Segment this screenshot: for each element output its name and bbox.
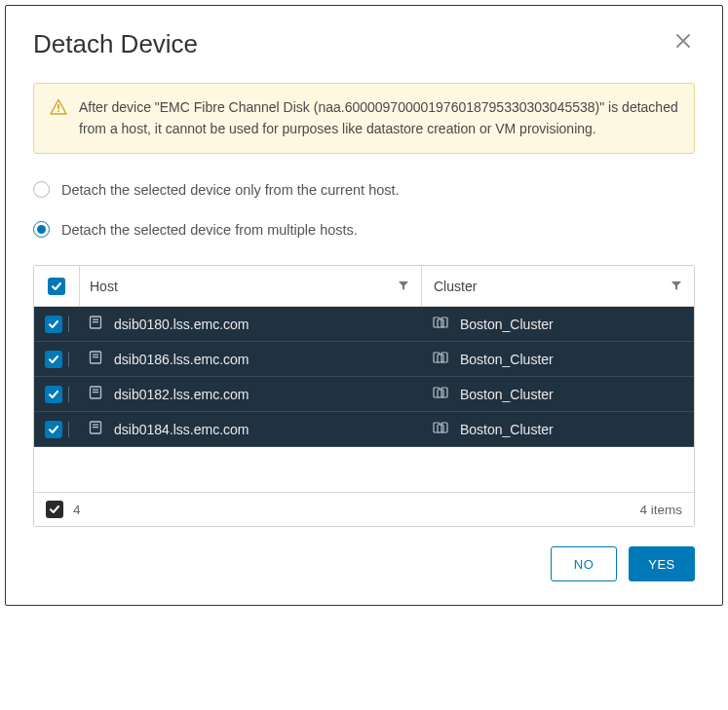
column-header-cluster[interactable]: Cluster	[421, 266, 694, 306]
column-label: Cluster	[434, 279, 477, 294]
column-header-host[interactable]: Host	[79, 266, 421, 306]
row-divider	[68, 317, 69, 332]
radio-unselected-icon	[33, 181, 50, 198]
select-all-checkbox[interactable]	[48, 278, 65, 295]
svg-rect-24	[438, 425, 443, 432]
svg-rect-0	[57, 104, 59, 109]
option-label: Detach the selected device only from the…	[61, 182, 400, 198]
dialog-header: Detach Device	[33, 29, 695, 59]
cluster-name: Boston_Cluster	[460, 317, 554, 332]
warning-icon	[50, 97, 67, 139]
detach-device-dialog: Detach Device After device "EMC Fibre Ch…	[5, 5, 723, 606]
svg-rect-4	[93, 321, 98, 322]
svg-rect-9	[93, 355, 98, 355]
svg-rect-10	[93, 356, 98, 357]
row-check-cell	[34, 307, 79, 341]
row-divider	[68, 422, 69, 437]
cluster-icon	[433, 351, 448, 367]
host-cell: dsib0184.lss.emc.com	[79, 412, 421, 446]
option-multiple-hosts[interactable]: Detach the selected device from multiple…	[33, 221, 695, 238]
host-icon	[89, 386, 102, 402]
close-icon	[675, 33, 691, 49]
host-icon	[89, 316, 102, 332]
table-row[interactable]: dsib0180.lss.emc.comBoston_Cluster	[34, 307, 694, 342]
svg-rect-3	[93, 319, 98, 320]
host-cell: dsib0182.lss.emc.com	[79, 377, 421, 411]
host-name: dsib0186.lss.emc.com	[114, 352, 249, 367]
svg-rect-18	[438, 390, 443, 397]
host-icon	[89, 421, 102, 437]
host-cell: dsib0186.lss.emc.com	[79, 342, 421, 376]
filter-icon[interactable]	[671, 279, 682, 294]
svg-rect-12	[438, 355, 443, 362]
table-row[interactable]: dsib0184.lss.emc.comBoston_Cluster	[34, 412, 694, 447]
row-divider	[68, 387, 69, 402]
table-header-row: Host Cluster	[34, 266, 694, 307]
row-divider	[68, 352, 69, 367]
svg-rect-6	[438, 319, 443, 327]
svg-rect-21	[93, 425, 98, 426]
host-name: dsib0184.lss.emc.com	[114, 422, 249, 437]
svg-rect-22	[93, 427, 98, 428]
hosts-table: Host Cluster dsib0180.lss.emc.comBoston_…	[33, 265, 695, 527]
dialog-title: Detach Device	[33, 29, 198, 59]
row-checkbox[interactable]	[45, 421, 62, 438]
cluster-cell: Boston_Cluster	[421, 377, 694, 411]
table-body: dsib0180.lss.emc.comBoston_Clusterdsib01…	[34, 307, 694, 447]
svg-rect-16	[93, 392, 98, 392]
cluster-name: Boston_Cluster	[460, 352, 554, 367]
host-cell: dsib0180.lss.emc.com	[79, 307, 421, 341]
dialog-actions: NO YES	[33, 546, 695, 581]
cluster-cell: Boston_Cluster	[421, 342, 694, 376]
row-check-cell	[34, 342, 79, 376]
check-icon	[49, 504, 60, 515]
selection-indicator-checkbox[interactable]	[46, 501, 63, 518]
selected-count: 4	[73, 503, 81, 517]
footer-selection: 4	[46, 501, 81, 518]
warning-banner: After device "EMC Fibre Channel Disk (na…	[33, 83, 695, 154]
select-all-cell	[34, 278, 79, 295]
cluster-icon	[433, 316, 448, 332]
option-current-host[interactable]: Detach the selected device only from the…	[33, 181, 695, 198]
close-button[interactable]	[671, 29, 695, 53]
radio-selected-icon	[33, 221, 50, 238]
row-checkbox[interactable]	[45, 351, 62, 368]
option-label: Detach the selected device from multiple…	[61, 222, 358, 238]
table-row[interactable]: dsib0182.lss.emc.comBoston_Cluster	[34, 377, 694, 412]
host-name: dsib0182.lss.emc.com	[114, 387, 249, 402]
cluster-cell: Boston_Cluster	[421, 307, 694, 341]
svg-rect-1	[57, 110, 59, 112]
cluster-icon	[433, 421, 448, 437]
table-empty-space	[34, 447, 694, 492]
cluster-name: Boston_Cluster	[460, 387, 554, 402]
row-checkbox[interactable]	[45, 316, 62, 333]
column-label: Host	[90, 279, 118, 294]
table-footer: 4 4 items	[34, 492, 694, 526]
items-count: 4 items	[639, 503, 682, 517]
table-row[interactable]: dsib0186.lss.emc.comBoston_Cluster	[34, 342, 694, 377]
cluster-name: Boston_Cluster	[460, 422, 554, 437]
row-check-cell	[34, 412, 79, 446]
host-name: dsib0180.lss.emc.com	[114, 317, 249, 332]
filter-icon[interactable]	[398, 279, 409, 294]
check-icon	[51, 280, 62, 292]
cluster-icon	[433, 386, 448, 402]
row-checkbox[interactable]	[45, 386, 62, 403]
detach-options: Detach the selected device only from the…	[33, 181, 695, 238]
svg-rect-15	[93, 390, 98, 391]
cluster-cell: Boston_Cluster	[421, 412, 694, 446]
no-button[interactable]: NO	[551, 546, 617, 581]
host-icon	[89, 351, 102, 367]
row-check-cell	[34, 377, 79, 411]
warning-text: After device "EMC Fibre Channel Disk (na…	[79, 97, 678, 139]
yes-button[interactable]: YES	[629, 546, 695, 581]
